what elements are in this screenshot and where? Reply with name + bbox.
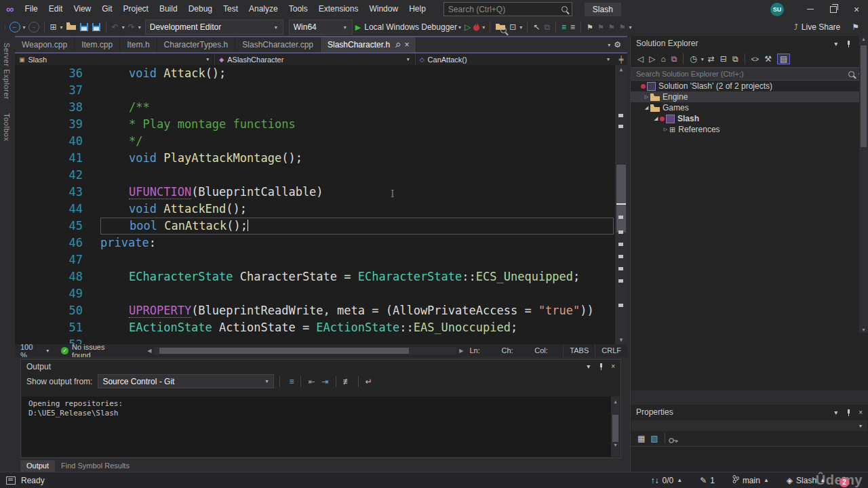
se-pending-changes-filter-icon[interactable]: ◷ [690, 54, 696, 64]
document-tab-weapon.cpp[interactable]: Weapon.cpp [15, 37, 75, 52]
goto-previous-message-icon[interactable]: ⇤ [308, 377, 315, 386]
output-pin-icon[interactable] [598, 363, 604, 369]
properties-categorized-icon[interactable]: ▦ [637, 434, 645, 443]
new-project-icon[interactable]: ⊞ [50, 19, 57, 35]
tree-expander-icon[interactable]: ▷ [662, 127, 669, 132]
code-line-45[interactable]: 45bool CanAttack(); [15, 218, 627, 235]
code-line-48[interactable]: 48ECharacterState CharacterState = EChar… [15, 268, 627, 285]
navigate-back-button[interactable]: ← [9, 22, 20, 33]
tree-expander-icon[interactable]: ◢ [643, 105, 650, 110]
document-tab-charactertypes.h[interactable]: CharacterTypes.h [157, 37, 236, 52]
bookmark-clear-icon[interactable]: ⚑ [619, 19, 626, 35]
toolbar-grip[interactable]: ⁞ [4, 24, 5, 30]
menu-git[interactable]: Git [96, 0, 117, 18]
start-debugging-label[interactable]: Local Windows Debugger [364, 22, 457, 32]
tab-list-dropdown[interactable]: ▾ [608, 42, 610, 48]
code-line-43[interactable]: 43UFUNCTION(BlueprintCallable) [15, 184, 627, 201]
undo-button[interactable]: ↶ [112, 19, 119, 35]
navigate-back-dropdown[interactable]: ▾ [23, 24, 26, 30]
git-pending-edits[interactable]: ✎1 [700, 476, 715, 485]
live-share-label[interactable]: Live Share [802, 22, 840, 32]
se-filter-dropdown[interactable]: ▾ [701, 56, 704, 62]
menu-extensions[interactable]: Extensions [313, 0, 364, 18]
properties-pin-icon[interactable] [846, 409, 852, 415]
bookmark-prev-icon[interactable]: ⚑ [597, 19, 604, 35]
new-project-dropdown[interactable]: ▾ [60, 24, 63, 30]
solution-explorer-search-input[interactable]: Search Solution Explorer (Ctrl+;) ▾ [631, 67, 867, 81]
menu-debug[interactable]: Debug [183, 0, 218, 18]
code-line-39[interactable]: 39* Play montage functions [15, 116, 627, 133]
git-sync-status[interactable]: ↑↓0/0▲ [651, 476, 683, 485]
tab-pin-icon[interactable]: ⚲ [393, 41, 402, 49]
properties-menu[interactable]: ▾ [834, 409, 837, 416]
goto-next-message-icon[interactable]: ⇥ [321, 377, 328, 386]
menu-tools[interactable]: Tools [283, 0, 313, 18]
properties-key-icon[interactable] [669, 436, 678, 441]
se-forward-icon[interactable]: ▷ [649, 54, 655, 64]
code-line-40[interactable]: 40*/ [15, 133, 627, 150]
document-tab-slashcharacter.h[interactable]: SlashCharacter.h⚲× [321, 37, 416, 52]
se-copy-icon[interactable]: ⧉ [732, 54, 738, 64]
menu-test[interactable]: Test [218, 0, 243, 18]
code-line-46[interactable]: 46private: [15, 235, 627, 251]
document-well-options-icon[interactable]: ⚙ [614, 37, 621, 53]
server-explorer-vertical-tab[interactable]: Server Explorer [0, 36, 14, 106]
tree-item-slash[interactable]: ◢Slash [631, 113, 868, 124]
document-tab-slashcharacter.cpp[interactable]: SlashCharacter.cpp [235, 37, 321, 52]
code-line-42[interactable]: 42 [15, 167, 627, 184]
tabs-mode-indicator[interactable]: TABS [563, 344, 595, 357]
code-line-50[interactable]: 50UPROPERTY(BlueprintReadWrite, meta = (… [15, 302, 627, 319]
nav-member-select[interactable]: ◇ CanAttack()▾ [416, 54, 615, 65]
tree-item-references[interactable]: ▷⊞References [631, 124, 868, 135]
output-source-select[interactable]: Source Control - Git▾ [98, 374, 274, 388]
hot-reload-dropdown[interactable]: ▾ [482, 24, 485, 30]
close-button[interactable]: × [845, 0, 868, 18]
window-layout-dropdown[interactable]: ▾ [519, 24, 522, 30]
window-layout-icon[interactable]: ⊡ [509, 19, 516, 35]
tree-item-games[interactable]: ◢Games [631, 102, 868, 113]
start-debugging-icon[interactable]: ▶ [355, 23, 361, 32]
solution-tree-scrollbar[interactable]: ▲ ▼ [859, 36, 868, 333]
se-home-icon[interactable]: ⌂ [660, 54, 665, 64]
nav-project-select[interactable]: ▣ Slash▾ [15, 54, 215, 65]
properties-object-select[interactable]: ▾ [631, 420, 867, 431]
tree-expander-icon[interactable]: ◢ [652, 116, 660, 121]
code-line-47[interactable]: 47 [15, 251, 627, 268]
se-collapse-all-icon[interactable]: ⊟ [720, 54, 727, 64]
live-share-icon[interactable]: ⤴ [794, 19, 798, 35]
line-ending-indicator[interactable]: CRLF [595, 344, 627, 357]
output-window-menu[interactable]: ▾ [587, 363, 590, 370]
code-line-41[interactable]: 41void PlayAttackMontage(); [15, 150, 627, 167]
nav-class-select[interactable]: ◆ ASlashCharacter▾ [215, 54, 415, 65]
output-scrollbar[interactable]: ▲ ▼ [611, 396, 620, 457]
menu-view[interactable]: View [68, 0, 96, 18]
solution-platform-select[interactable]: Win64▾ [289, 20, 353, 35]
se-view-code-icon[interactable]: <> [751, 56, 760, 63]
code-line-44[interactable]: 44void AttackEnd(); [15, 201, 627, 218]
git-branch-selector[interactable]: main▲ [732, 475, 769, 485]
menu-file[interactable]: File [19, 0, 43, 18]
tree-item-solution-slash-2-of-2-projects-[interactable]: Solution 'Slash' (2 of 2 projects) [631, 81, 868, 92]
bottom-tab-find-symbol-results[interactable]: Find Symbol Results [55, 460, 136, 472]
bookmark-next-icon[interactable]: ⚑ [608, 19, 615, 35]
editor-horizontal-scrollbar[interactable] [154, 347, 456, 354]
redo-button[interactable]: ↷ [128, 19, 135, 35]
restore-button[interactable] [822, 0, 845, 18]
solution-configuration-select[interactable]: Development Editor▾ [145, 20, 283, 35]
feedback-icon[interactable]: ⚑ [852, 19, 859, 35]
save-button[interactable] [80, 23, 88, 31]
tree-expander-icon[interactable]: ▷ [643, 94, 650, 100]
solution-explorer-menu[interactable]: ▾ [834, 40, 837, 47]
minimize-button[interactable] [799, 0, 822, 18]
start-debugging-dropdown[interactable]: ▾ [458, 24, 461, 30]
bookmark-dropdown[interactable]: ▾ [629, 24, 632, 30]
attach-process-icon[interactable]: ↖ [533, 19, 540, 35]
menu-project[interactable]: Project [118, 0, 154, 18]
redo-dropdown[interactable]: ▾ [138, 24, 141, 30]
menu-build[interactable]: Build [154, 0, 183, 18]
account-avatar[interactable]: SU [770, 3, 784, 16]
code-line-36[interactable]: 36void Attack(); [15, 65, 627, 82]
output-close-icon[interactable]: × [611, 363, 615, 370]
menu-help[interactable]: Help [403, 0, 431, 18]
scrollbar-thumb[interactable] [616, 165, 626, 232]
